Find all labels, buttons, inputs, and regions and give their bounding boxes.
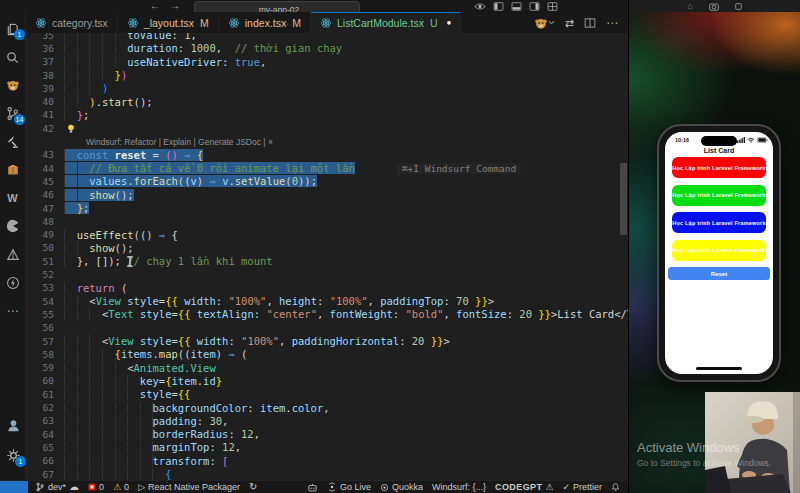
line-number[interactable]: 38	[26, 70, 54, 81]
code-line-55[interactable]: 55 <Text style={{ textAlign: "center", f…	[26, 308, 620, 321]
activitybar-item-remote-explorer[interactable]	[0, 128, 25, 156]
line-number[interactable]: 43	[26, 149, 54, 160]
code-line-54[interactable]: 54 <View style={{ width: "100%", height:…	[26, 295, 620, 308]
code-line-56[interactable]: 56	[26, 321, 620, 334]
code-line-35[interactable]: 35 toValue: 1,	[26, 33, 620, 42]
code-line-37[interactable]: 37 useNativeDriver: true,	[26, 55, 620, 68]
code-line-46[interactable]: 46 show();	[26, 188, 620, 201]
toggle-panel-button[interactable]	[511, 1, 522, 12]
code-line-49[interactable]: 49 useEffect(() ⇒ {	[26, 228, 620, 241]
line-number[interactable]: 57	[26, 336, 54, 347]
code-line-42[interactable]: 42	[26, 122, 620, 135]
activitybar-item-accounts[interactable]	[0, 410, 26, 440]
screenshot-button[interactable]	[709, 2, 719, 11]
line-number[interactable]: 58	[26, 349, 54, 360]
code-line-39[interactable]: 39 )	[26, 82, 620, 95]
activitybar-item-windsurf[interactable]: W	[0, 184, 25, 212]
statusbar-rn-packager[interactable]: ▷React Native Packager	[138, 482, 240, 492]
remote-indicator[interactable]	[0, 481, 28, 493]
command-center[interactable]: my-app-02	[194, 1, 360, 12]
activitybar-item-thunder-client[interactable]	[0, 269, 25, 297]
editor-scrollbar[interactable]	[620, 163, 627, 235]
code-line-65[interactable]: 65 marginTop: 12,	[26, 441, 620, 454]
toggle-sidebar-button[interactable]	[493, 1, 504, 12]
line-number[interactable]: 37	[26, 56, 54, 67]
line-number[interactable]: 36	[26, 43, 54, 54]
statusbar-sync[interactable]: ↻	[249, 482, 257, 492]
line-number[interactable]: 44	[26, 163, 54, 174]
code-line-44[interactable]: 44 // Đưa tất cả về 0 rồi animate lại mộ…	[26, 162, 620, 175]
windsurf-codelens[interactable]: Windsurf: Refactor | Explain | Generate …	[26, 135, 620, 148]
copilot-menu-button[interactable]	[474, 2, 486, 11]
code-line-61[interactable]: 61 style={{	[26, 388, 620, 401]
reset-button[interactable]: Reset	[668, 267, 770, 280]
code-line-67[interactable]: 67 {	[26, 467, 620, 480]
line-number[interactable]: 40	[26, 96, 54, 107]
line-number[interactable]: 64	[26, 429, 54, 440]
line-number[interactable]: 53	[26, 282, 54, 293]
activitybar-item-settings[interactable]: 1	[0, 440, 26, 470]
dirty-dot[interactable]: ●	[447, 18, 452, 27]
code-line-60[interactable]: 60 key={item.id}	[26, 374, 620, 387]
list-card-3[interactable]: Học Lập trình Laravel Framework	[672, 212, 766, 233]
code-editor[interactable]: 35 toValue: 1,36 duration: 1000, // thời…	[26, 33, 628, 480]
statusbar-notifications[interactable]	[611, 482, 620, 492]
activitybar-item-extension-package[interactable]	[0, 156, 25, 184]
statusbar-git-branch[interactable]: dev*☁	[35, 482, 79, 492]
activitybar-item-extension-prism[interactable]	[0, 241, 25, 269]
list-card-4[interactable]: Học Lập trình Laravel Framework	[672, 240, 766, 261]
code-line-36[interactable]: 36 duration: 1000, // thời gian chạy	[26, 42, 620, 55]
code-line-38[interactable]: 38 })	[26, 68, 620, 81]
line-number[interactable]: 41	[26, 109, 54, 120]
code-line-51[interactable]: 51 }, []); // chạy 1 lần khi mount	[26, 255, 620, 268]
split-editor-button[interactable]	[584, 17, 596, 29]
line-number[interactable]: 54	[26, 296, 54, 307]
line-number[interactable]: 52	[26, 269, 54, 280]
activitybar-item-extension-pacman[interactable]	[0, 212, 25, 240]
list-card-2[interactable]: Học Lập trình Laravel Framework	[672, 185, 766, 206]
code-line-40[interactable]: 40 ).start();	[26, 95, 620, 108]
code-line-58[interactable]: 58 {items.map((item) ⇒ (	[26, 348, 620, 361]
statusbar-copilot-status[interactable]	[307, 482, 318, 493]
statusbar-warnings[interactable]: ⚠0	[113, 482, 129, 492]
line-number[interactable]: 42	[26, 123, 54, 134]
activitybar-item-additional-views[interactable]: ⋯	[0, 297, 25, 325]
line-number[interactable]: 51	[26, 256, 54, 267]
line-number[interactable]: 45	[26, 176, 54, 187]
code-line-66[interactable]: 66 transform: [	[26, 454, 620, 467]
code-line-43[interactable]: 43 const reset = () ⇒ {	[26, 148, 620, 161]
statusbar-errors[interactable]: 0	[88, 482, 104, 492]
code-line-52[interactable]: 52	[26, 268, 620, 281]
code-line-63[interactable]: 63 padding: 30,	[26, 414, 620, 427]
code-line-50[interactable]: 50 show();	[26, 241, 620, 254]
customize-layout-button[interactable]	[547, 1, 558, 12]
line-number[interactable]: 56	[26, 322, 54, 333]
statusbar-codegpt[interactable]: CODEGPT⚠	[495, 482, 553, 492]
line-number[interactable]: 39	[26, 83, 54, 94]
line-number[interactable]: 63	[26, 415, 54, 426]
code-line-64[interactable]: 64 borderRadius: 12,	[26, 428, 620, 441]
line-number[interactable]: 35	[26, 33, 54, 41]
code-line-57[interactable]: 57 <View style={{ width: "100%", padding…	[26, 334, 620, 347]
statusbar-quokka[interactable]: Quokka	[380, 482, 423, 492]
line-number[interactable]: 65	[26, 442, 54, 453]
lightbulb-icon[interactable]	[66, 123, 76, 136]
tab-index-tsx[interactable]: index.tsxM	[219, 12, 311, 33]
activitybar-item-explorer[interactable]: 1	[0, 15, 25, 43]
activitybar-item-extension-monkey[interactable]	[0, 71, 25, 99]
activitybar-item-source-control[interactable]: 14	[0, 100, 25, 128]
code-line-53[interactable]: 53 return (	[26, 281, 620, 294]
code-line-48[interactable]: 48	[26, 215, 620, 228]
tab-listcartmodule-tsx[interactable]: ListCartModule.tsxU●	[311, 12, 461, 33]
line-number[interactable]: 48	[26, 216, 54, 227]
line-number[interactable]: 62	[26, 402, 54, 413]
code-line-47[interactable]: 47 };	[26, 201, 620, 214]
code-line-59[interactable]: 59 <Animated.View	[26, 361, 620, 374]
tab-category-tsx[interactable]: category.tsx	[26, 12, 118, 33]
line-number[interactable]: 59	[26, 362, 54, 373]
line-number[interactable]: 47	[26, 203, 54, 214]
stop-button[interactable]	[735, 3, 742, 10]
toggle-secondary-sidebar-button[interactable]	[529, 1, 540, 12]
list-card-1[interactable]: Học Lập trình Laravel Framework	[672, 157, 766, 178]
statusbar-windsurf-status[interactable]: Windsurf: {...}	[432, 482, 486, 492]
